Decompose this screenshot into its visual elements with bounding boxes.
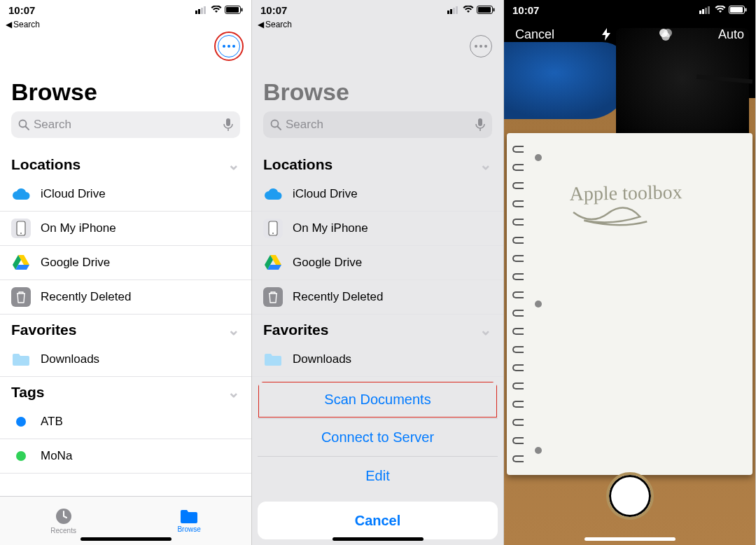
search-icon — [18, 119, 29, 130]
row-label: iCloud Drive — [41, 187, 106, 201]
iphone-icon — [11, 219, 31, 238]
home-indicator[interactable] — [584, 537, 676, 541]
back-label: Search — [265, 20, 292, 29]
chevron-down-icon: ⌄ — [227, 322, 240, 338]
screen-browse-action-sheet: 10:07 ◀ Search Browse Search Locations ⌄… — [252, 0, 504, 545]
status-indicators — [195, 6, 243, 14]
sheet-scan-documents[interactable]: Scan Documents — [258, 381, 498, 419]
more-button — [470, 35, 492, 57]
svg-rect-5 — [226, 7, 239, 13]
row-label: Downloads — [41, 352, 99, 366]
mic-icon[interactable] — [223, 118, 233, 131]
svg-rect-9 — [226, 118, 230, 126]
svg-rect-21 — [478, 7, 491, 13]
tag-dot-icon — [16, 451, 26, 461]
row-label: iCloud Drive — [293, 187, 358, 201]
search-placeholder: Search — [34, 118, 219, 132]
chevron-down-icon: ⌄ — [227, 156, 240, 173]
annotation-circle — [214, 32, 244, 61]
back-chevron-icon: ◀ — [258, 20, 264, 29]
cloud-icon — [263, 184, 283, 204]
section-header-favorites: Favorites ⌄ — [252, 315, 503, 343]
tag-dot-icon — [16, 417, 26, 427]
cancel-button[interactable]: Cancel — [515, 27, 554, 42]
scribble-icon — [570, 204, 654, 233]
folder-icon — [11, 350, 31, 369]
photo-notebook: Apple toolbox — [507, 133, 752, 475]
row-label: On My iPhone — [293, 221, 368, 235]
trash-icon — [11, 287, 31, 307]
sheet-connect-to-server[interactable]: Connect to Server — [258, 419, 498, 457]
svg-point-11 — [20, 233, 22, 234]
ellipsis-icon — [475, 45, 487, 48]
photo-cloth — [504, 42, 630, 119]
chevron-down-icon: ⌄ — [479, 322, 492, 338]
row-label: Google Drive — [41, 256, 110, 270]
action-sheet: Scan Documents Connect to Server Edit Ca… — [252, 375, 503, 545]
svg-point-40 — [662, 32, 670, 41]
status-time: 10:07 — [8, 4, 35, 16]
svg-line-24 — [278, 127, 281, 130]
page-title: Browse — [252, 63, 503, 111]
search-input[interactable]: Search — [11, 111, 240, 138]
home-indicator[interactable] — [80, 537, 172, 541]
tab-recents[interactable]: Recents — [50, 507, 76, 534]
section-header-tags[interactable]: Tags ⌄ — [0, 377, 251, 405]
chevron-down-icon: ⌄ — [479, 156, 492, 173]
row-label: On My iPhone — [41, 221, 116, 235]
svg-rect-3 — [204, 6, 206, 14]
iphone-icon — [263, 219, 283, 238]
row-label: MoNa — [41, 449, 72, 463]
sheet-edit[interactable]: Edit — [258, 457, 498, 495]
svg-rect-17 — [450, 9, 452, 14]
svg-line-8 — [26, 127, 29, 130]
cloud-icon — [11, 184, 31, 204]
row-label: Recently Deleted — [293, 290, 383, 304]
back-nav: ◀ Search — [252, 20, 503, 34]
tag-mona[interactable]: MoNa — [0, 439, 251, 474]
home-indicator[interactable] — [332, 537, 424, 541]
handwriting-text: Apple toolbox — [569, 181, 738, 238]
flash-icon[interactable] — [599, 27, 613, 41]
back-chevron-icon: ◀ — [6, 20, 12, 29]
trash-icon — [263, 287, 283, 307]
clock-icon — [55, 507, 73, 525]
back-label: Search — [13, 20, 40, 29]
shutter-button[interactable] — [606, 472, 654, 520]
favorite-downloads[interactable]: Downloads — [0, 343, 251, 377]
tab-browse[interactable]: Browse — [177, 509, 200, 533]
folder-icon — [180, 509, 198, 524]
google-drive-icon — [11, 253, 31, 272]
tag-atb[interactable]: ATB — [0, 405, 251, 439]
section-header-favorites[interactable]: Favorites ⌄ — [0, 315, 251, 343]
google-drive-icon — [263, 253, 283, 272]
location-icloud[interactable]: iCloud Drive — [0, 177, 251, 212]
search-placeholder: Search — [286, 118, 471, 132]
location-google-drive[interactable]: Google Drive — [0, 246, 251, 280]
location-recently-deleted[interactable]: Recently Deleted — [0, 280, 251, 315]
row-label: Recently Deleted — [41, 290, 131, 304]
status-indicators — [447, 6, 495, 14]
location-on-my-iphone[interactable]: On My iPhone — [0, 212, 251, 246]
action-sheet-group: Scan Documents Connect to Server Edit — [258, 381, 498, 495]
location-on-my-iphone: On My iPhone — [252, 212, 503, 246]
search-icon — [270, 119, 281, 130]
row-label: ATB — [41, 415, 63, 429]
search-input: Search — [263, 111, 492, 138]
section-header-locations: Locations ⌄ — [252, 149, 503, 177]
svg-rect-1 — [198, 9, 200, 14]
section-header-locations[interactable]: Locations ⌄ — [0, 149, 251, 177]
more-button[interactable] — [218, 35, 240, 57]
camera-viewfinder: Apple toolbox — [504, 0, 755, 545]
screen-browse: 10:07 ◀ Search Browse Search Locations ⌄… — [0, 0, 252, 545]
mic-icon — [475, 118, 485, 131]
auto-button[interactable]: Auto — [718, 27, 744, 42]
location-recently-deleted: Recently Deleted — [252, 280, 503, 315]
svg-rect-18 — [453, 8, 455, 14]
status-bar: 10:07 — [252, 0, 503, 20]
filters-icon[interactable] — [658, 27, 673, 42]
status-bar: 10:07 — [0, 0, 251, 20]
camera-top-bar: Cancel Auto — [504, 27, 755, 42]
back-nav[interactable]: ◀ Search — [0, 20, 251, 34]
sheet-cancel-button[interactable]: Cancel — [258, 502, 498, 539]
